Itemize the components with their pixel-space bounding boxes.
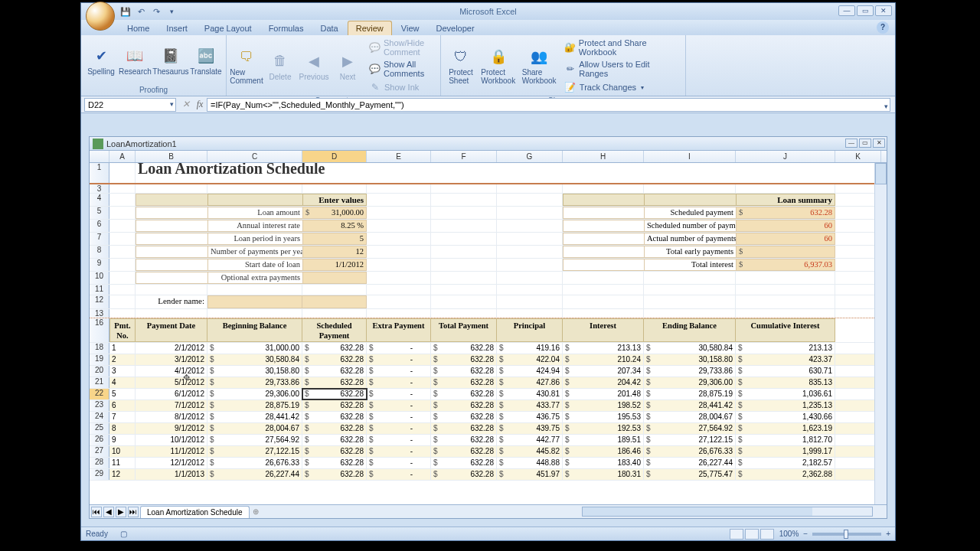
new-comment-icon: 🗨 <box>237 47 256 67</box>
formula-bar-row: D22 ✕ fx =IF(Pay_Num<>"",Scheduled_Month… <box>81 96 895 113</box>
tab-formulas[interactable]: Formulas <box>261 21 312 35</box>
ink-icon: ✎ <box>369 81 381 93</box>
undo-icon[interactable]: ↶ <box>135 5 147 18</box>
vertical-scrollbar[interactable] <box>874 163 887 504</box>
delete-comment-button[interactable]: 🗑Delete <box>265 50 296 83</box>
tab-page-layout[interactable]: Page Layout <box>197 21 260 35</box>
protect-workbook-button[interactable]: 🔒Protect Workbook <box>479 45 517 86</box>
save-icon[interactable]: 💾 <box>119 5 132 18</box>
excel-window: 💾 ↶ ↷ ▾ Microsoft Excel — ▭ ✕ Home Inser… <box>80 2 896 541</box>
tab-nav-prev[interactable]: ◀ <box>103 507 114 517</box>
showall-icon: 💬 <box>369 63 381 75</box>
tab-nav-next[interactable]: ▶ <box>116 507 126 517</box>
translate-button[interactable]: 🔤Translate <box>191 44 221 77</box>
workbook-window: LoanAmortization1 — ▭ ✕ ABCD EFGH IJK 1L… <box>89 136 887 519</box>
wb-close-button[interactable]: ✕ <box>873 139 885 148</box>
macro-record-icon[interactable]: ▢ <box>120 530 127 538</box>
delete-icon: 🗑 <box>270 51 290 71</box>
zoom-level[interactable]: 100% <box>779 530 799 538</box>
workbook-icon <box>93 139 103 149</box>
tab-view[interactable]: View <box>394 21 427 35</box>
share-workbook-button[interactable]: 👥Share Workbook <box>520 45 557 86</box>
name-box[interactable]: D22 <box>84 98 176 112</box>
show-ink-button[interactable]: ✎Show Ink <box>366 80 436 95</box>
track-changes-button[interactable]: 📝Track Changes▾ <box>561 80 681 95</box>
workbook-titlebar[interactable]: LoanAmortization1 — ▭ ✕ <box>90 137 887 151</box>
ribbon: ✔Spelling 📖Research 📓Thesaurus 🔤Translat… <box>81 35 895 96</box>
protect-sheet-icon: 🛡 <box>451 47 471 67</box>
fx-icon[interactable]: fx <box>193 98 207 112</box>
app-title: Microsoft Excel <box>459 7 517 16</box>
showhide-icon: 💬 <box>369 41 381 54</box>
show-all-comments-button[interactable]: 💬Show All Comments <box>366 58 436 80</box>
maximize-button[interactable]: ▭ <box>857 5 874 16</box>
horizontal-scrollbar[interactable] <box>582 507 873 517</box>
zoom-in-button[interactable]: + <box>886 530 890 538</box>
wb-maximize-button[interactable]: ▭ <box>859 139 871 148</box>
zoom-slider[interactable] <box>812 533 881 536</box>
close-button[interactable]: ✕ <box>875 5 892 16</box>
new-comment-button[interactable]: 🗨New Comment <box>231 45 262 86</box>
view-normal-button[interactable] <box>730 529 743 540</box>
column-headers[interactable]: ABCD EFGH IJK <box>90 151 887 163</box>
select-all-button[interactable] <box>90 151 109 162</box>
zoom-out-button[interactable]: − <box>803 530 808 538</box>
group-proofing-label: Proofing <box>81 86 226 96</box>
ribbon-tabs: Home Insert Page Layout Formulas Data Re… <box>81 20 895 35</box>
protect-share-button[interactable]: 🔐Protect and Share Workbook <box>561 37 681 58</box>
sheet-tabs-bar: ⏮ ◀ ▶ ⏭ Loan Amortization Schedule ⊕ <box>90 504 887 518</box>
cancel-icon[interactable]: ✕ <box>179 98 193 112</box>
view-layout-button[interactable] <box>745 529 759 540</box>
formula-bar[interactable]: =IF(Pay_Num<>"",Scheduled_Monthly_Paymen… <box>207 98 890 112</box>
previous-icon: ◀ <box>304 51 324 71</box>
thesaurus-icon: 📓 <box>161 46 181 66</box>
protect-share-icon: 🔐 <box>564 41 576 54</box>
sheet-area: ABCD EFGH IJK 1Loan Amortization Schedul… <box>90 151 887 504</box>
quick-access-toolbar: 💾 ↶ ↷ ▾ <box>119 5 178 18</box>
tab-nav-last[interactable]: ⏭ <box>128 507 139 517</box>
allow-icon: ✏ <box>564 63 576 75</box>
sheet-tab[interactable]: Loan Amortization Schedule <box>140 506 250 518</box>
research-button[interactable]: 📖Research <box>119 44 151 77</box>
tab-data[interactable]: Data <box>312 21 345 35</box>
track-icon: 📝 <box>564 81 577 93</box>
office-button[interactable] <box>86 2 115 31</box>
tab-nav-first[interactable]: ⏮ <box>91 507 102 517</box>
research-icon: 📖 <box>125 46 145 66</box>
grid[interactable]: 1Loan Amortization Schedule34Enter value… <box>90 163 887 481</box>
translate-icon: 🔤 <box>196 46 216 66</box>
tab-review[interactable]: Review <box>348 21 392 35</box>
allow-edit-ranges-button[interactable]: ✏Allow Users to Edit Ranges <box>561 58 681 80</box>
view-pagebreak-button[interactable] <box>760 529 774 540</box>
show-hide-comment-button[interactable]: 💬Show/Hide Comment <box>366 37 436 58</box>
redo-icon[interactable]: ↷ <box>150 5 162 18</box>
wb-minimize-button[interactable]: — <box>845 139 858 148</box>
titlebar: 💾 ↶ ↷ ▾ Microsoft Excel — ▭ ✕ <box>81 3 895 20</box>
thesaurus-button[interactable]: 📓Thesaurus <box>154 44 188 77</box>
minimize-button[interactable]: — <box>838 5 855 16</box>
insert-sheet-icon[interactable]: ⊕ <box>253 507 259 516</box>
protect-workbook-icon: 🔒 <box>488 47 508 67</box>
tab-developer[interactable]: Developer <box>428 21 482 35</box>
status-ready: Ready <box>86 530 108 538</box>
status-bar: Ready ▢ 100% − + <box>81 527 895 540</box>
spelling-icon: ✔ <box>91 46 111 66</box>
protect-sheet-button[interactable]: 🛡Protect Sheet <box>446 45 476 86</box>
qat-customize-icon[interactable]: ▾ <box>165 5 178 18</box>
next-icon: ▶ <box>338 51 358 71</box>
previous-comment-button[interactable]: ◀Previous <box>299 50 329 83</box>
spelling-button[interactable]: ✔Spelling <box>86 44 116 77</box>
help-icon[interactable]: ? <box>877 21 889 34</box>
workbook-name: LoanAmortization1 <box>106 139 177 148</box>
share-workbook-icon: 👥 <box>529 47 549 67</box>
next-comment-button[interactable]: ▶Next <box>332 50 363 83</box>
tab-insert[interactable]: Insert <box>158 21 195 35</box>
tab-home[interactable]: Home <box>119 21 157 35</box>
client-area: LoanAmortization1 — ▭ ✕ ABCD EFGH IJK 1L… <box>81 113 895 527</box>
